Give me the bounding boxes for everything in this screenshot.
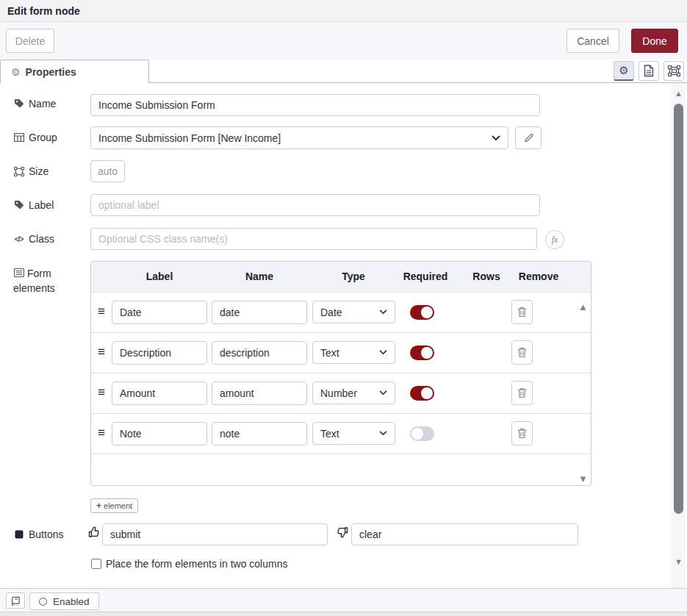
tab-properties[interactable]: ⚙ Properties (0, 60, 149, 83)
size-icon (13, 167, 24, 176)
remove-element-button[interactable] (511, 421, 533, 445)
element-name-input[interactable] (212, 341, 307, 365)
size-button[interactable]: auto (90, 160, 125, 182)
form-elements-table-header: Label Name Type Required Rows Remove (91, 262, 591, 293)
group-field-label: Group (13, 132, 57, 143)
enabled-toggle-button[interactable]: Enabled (29, 592, 99, 610)
scroll-up-icon[interactable]: ▲ (578, 301, 588, 312)
tab-properties-label: Properties (26, 66, 76, 78)
label-input[interactable] (90, 194, 540, 216)
delete-button[interactable]: Delete (6, 29, 54, 53)
tag-icon (13, 99, 24, 109)
vertical-scrollbar[interactable]: ▲ ▼ (672, 83, 686, 588)
element-label-input[interactable] (112, 382, 207, 405)
col-header-required: Required (403, 271, 448, 282)
drag-handle-icon[interactable]: ≡ (98, 426, 105, 440)
chevron-down-icon (379, 390, 387, 395)
element-type-select[interactable]: Date (312, 301, 395, 323)
col-header-type: Type (342, 271, 365, 282)
element-type-select[interactable]: Number (312, 382, 395, 404)
clear-button-input[interactable] (351, 523, 578, 545)
dialog-toolbar: Delete Cancel Done (0, 22, 687, 60)
gear-icon: ⚙ (11, 66, 21, 78)
col-header-rows: Rows (472, 271, 500, 282)
element-name-input[interactable] (212, 301, 307, 324)
chevron-down-icon (379, 431, 387, 436)
table-row: ≡ Text (91, 333, 591, 373)
footer-tray: Enabled (0, 588, 687, 612)
name-input[interactable] (90, 94, 540, 116)
tab-bar: ⚙ Properties ⚙ (0, 60, 687, 83)
two-columns-checkbox[interactable] (91, 559, 101, 569)
chevron-down-icon (379, 350, 387, 355)
trash-icon (517, 428, 527, 439)
document-icon (644, 65, 654, 77)
element-label-input[interactable] (112, 301, 207, 324)
col-header-label: Label (146, 271, 173, 282)
drag-handle-icon[interactable]: ≡ (98, 385, 105, 400)
book-icon (11, 596, 21, 606)
form-elements-field-label: Form elements (13, 266, 83, 296)
dialog-header: Edit form node (0, 0, 687, 22)
gear-icon: ⚙ (619, 64, 628, 77)
element-label-input[interactable] (112, 422, 207, 445)
required-toggle[interactable] (410, 426, 434, 441)
properties-tab-button[interactable]: ⚙ (614, 61, 634, 81)
workspace-edge (0, 612, 687, 616)
node-help-button[interactable] (6, 592, 25, 609)
scrollbar-thumb[interactable] (674, 104, 683, 514)
size-field-label: Size (13, 165, 48, 177)
cancel-button[interactable]: Cancel (566, 29, 619, 53)
pencil-icon (524, 133, 533, 143)
appearance-tab-button[interactable] (663, 61, 684, 81)
group-select[interactable]: Income Submission Form [New Income] (90, 126, 508, 149)
element-name-input[interactable] (212, 382, 307, 405)
col-header-remove: Remove (519, 271, 558, 282)
table-icon (13, 133, 24, 142)
thumbs-up-icon (88, 526, 100, 538)
element-label-input[interactable] (112, 341, 207, 365)
remove-element-button[interactable] (511, 300, 533, 324)
trash-icon (517, 387, 527, 398)
drag-handle-icon[interactable]: ≡ (98, 304, 105, 319)
properties-panel: Name Group Income Submission Form [New I… (0, 83, 687, 588)
circle-icon (39, 598, 47, 606)
remove-element-button[interactable] (511, 381, 533, 405)
drag-handle-icon[interactable]: ≡ (98, 345, 105, 359)
scroll-down-icon[interactable]: ▼ (578, 473, 588, 484)
description-tab-button[interactable] (639, 61, 659, 81)
class-style-button[interactable]: fx (545, 230, 564, 249)
required-toggle[interactable] (410, 305, 434, 320)
scroll-down-icon[interactable]: ▼ (674, 557, 683, 566)
class-input[interactable] (90, 228, 537, 250)
buttons-field-label: Buttons (13, 529, 63, 540)
remove-element-button[interactable] (511, 340, 533, 365)
class-field-label: </> Class (13, 233, 54, 245)
done-button[interactable]: Done (631, 29, 678, 53)
name-field-label: Name (13, 98, 56, 110)
chevron-down-icon (492, 135, 500, 141)
table-row: ≡ Text (91, 414, 591, 454)
table-row: ≡ Number (91, 373, 591, 414)
trash-icon (517, 307, 527, 318)
thumbs-down-icon (337, 526, 348, 538)
required-toggle[interactable] (410, 386, 434, 401)
trash-icon (517, 347, 527, 358)
element-type-select[interactable]: Text (312, 341, 395, 364)
plus-icon: + (96, 501, 101, 511)
col-header-name: Name (245, 271, 273, 282)
add-element-button[interactable]: +element (90, 498, 138, 513)
form-elements-table: Label Name Type Required Rows Remove ≡ D… (90, 261, 591, 486)
edit-group-button[interactable] (515, 126, 542, 149)
list-alt-icon (13, 268, 24, 277)
tag-icon (13, 200, 24, 210)
code-icon: </> (13, 235, 24, 243)
element-type-select[interactable]: Text (312, 422, 395, 445)
label-field-label: Label (13, 199, 54, 211)
enabled-label: Enabled (53, 596, 90, 607)
scroll-up-icon[interactable]: ▲ (674, 89, 683, 98)
required-toggle[interactable] (410, 345, 434, 360)
submit-button-input[interactable] (102, 523, 328, 545)
object-group-icon (668, 65, 680, 76)
element-name-input[interactable] (212, 422, 307, 445)
